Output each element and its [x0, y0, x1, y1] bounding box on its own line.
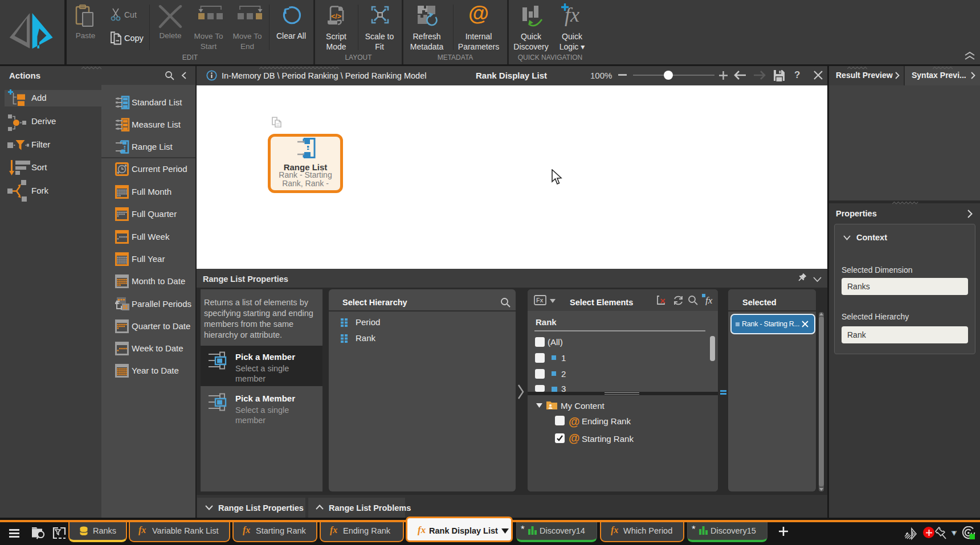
svg-text:</>: </>	[331, 13, 341, 21]
svg-text:fx: fx	[705, 295, 713, 305]
svg-text:fx: fx	[565, 3, 579, 26]
svg-text:Fx: Fx	[536, 297, 543, 304]
